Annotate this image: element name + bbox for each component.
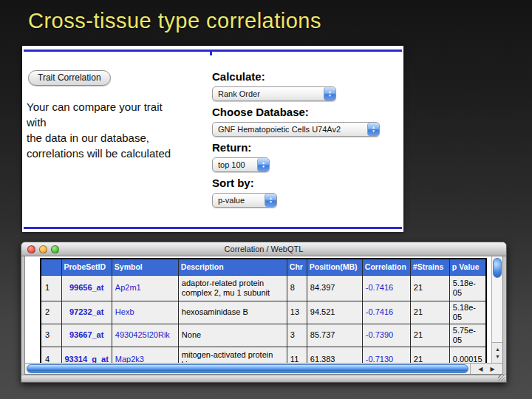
table-row: 493314_g_atMap2k3mitogen-activated prote…	[41, 347, 486, 363]
window-body: ProbeSetIDSymbolDescriptionChrPosition(M…	[24, 256, 503, 375]
column-header: Symbol	[112, 259, 178, 275]
stepper-updown-icon: ▲▼	[257, 158, 269, 171]
cell-position: 84.397	[307, 275, 362, 301]
cell-probeset[interactable]: 97232_at	[61, 301, 112, 324]
column-header: Position(MB)	[307, 259, 362, 275]
stepper-updown-icon: ▲▼	[265, 194, 276, 207]
cell-symbol[interactable]: Hexb	[112, 301, 178, 324]
cell-strains: 21	[410, 301, 449, 324]
trait-correlation-button[interactable]: Trait Correlation	[28, 70, 111, 86]
cell-pvalue: 5.18e-05	[449, 301, 486, 324]
cell-chr: 3	[287, 324, 307, 347]
table-zone: ProbeSetIDSymbolDescriptionChrPosition(M…	[25, 256, 502, 363]
sort-select[interactable]: p-value ▲▼	[212, 193, 277, 208]
cell-description: hexosaminidase B	[178, 301, 287, 324]
cell-description: adaptor-related protein complex 2, mu 1 …	[178, 275, 287, 301]
cell-chr: 13	[287, 301, 307, 324]
cell-probeset[interactable]: 93314_g_at	[61, 347, 112, 363]
cell-description: None	[178, 324, 287, 347]
intro-line: with	[27, 115, 171, 130]
calculate-select-value: Rank Order	[213, 89, 260, 98]
cell-probeset[interactable]: 93667_at	[61, 324, 112, 347]
database-select-value: GNF Hematopoietic Cells U74Av2	[213, 125, 341, 134]
return-select[interactable]: top 100 ▲▼	[212, 157, 270, 172]
column-header: Chr	[287, 259, 307, 275]
horizontal-scrollbar[interactable]: ◀▶	[25, 363, 502, 374]
cell-correlation[interactable]: -0.7416	[362, 301, 410, 324]
cell-chr: 8	[287, 275, 307, 301]
form-fields: Calculate: Rank Order ▲▼ Choose Database…	[212, 68, 401, 210]
cell-strains: 21	[410, 275, 449, 301]
database-select[interactable]: GNF Hematopoietic Cells U74Av2 ▲▼	[212, 122, 380, 137]
window-title: Correlation / WebQTL	[21, 242, 506, 256]
window-titlebar[interactable]: Correlation / WebQTL	[21, 242, 506, 256]
table-row: 297232_atHexbhexosaminidase B1394.521-0.…	[41, 301, 486, 324]
correlation-results-table: ProbeSetIDSymbolDescriptionChrPosition(M…	[40, 258, 487, 363]
cell-correlation[interactable]: -0.7416	[362, 275, 410, 301]
horizontal-scrollbar-thumb[interactable]	[27, 364, 468, 373]
cell-pvalue: 5.75e-05	[449, 324, 486, 347]
top-blue-rule	[24, 50, 402, 52]
sort-by-label: Sort by:	[212, 174, 401, 192]
resize-grip-icon[interactable]	[498, 375, 505, 381]
presentation-slide: Cross-tissue type correlations Trait Cor…	[0, 0, 532, 399]
correlation-results-window: Correlation / WebQTL ProbeSetIDSymbolDes…	[21, 242, 507, 383]
intro-text: Your can compare your traitwiththe data …	[27, 99, 171, 161]
column-header: p Value	[449, 259, 486, 275]
cell-description: mitogen-activated protein kinase	[178, 347, 287, 363]
correlation-form-panel: Trait Correlation Your can compare your …	[22, 46, 403, 232]
cell-pvalue: 0.00015	[449, 347, 486, 363]
table-header-row: ProbeSetIDSymbolDescriptionChrPosition(M…	[41, 259, 486, 275]
column-header: #Strains	[410, 259, 449, 275]
window-statusbar	[21, 375, 506, 382]
intro-line: Your can compare your trait	[27, 99, 171, 115]
stepper-updown-icon: ▲▼	[367, 123, 379, 136]
calculate-label: Calculate:	[212, 68, 401, 86]
table-row: 393667_at4930425I20RikNone385.737-0.7390…	[41, 324, 486, 347]
column-header: ProbeSetID	[61, 259, 112, 275]
cell-position: 94.521	[307, 301, 362, 324]
cell-correlation[interactable]: -0.7390	[362, 324, 410, 347]
table-row: 199656_atAp2m1adaptor-related protein co…	[41, 275, 486, 301]
vertical-scroll-arrows-icon[interactable]: ▲▼	[492, 342, 502, 363]
vertical-scrollbar-thumb[interactable]	[493, 258, 502, 278]
cell-chr: 11	[287, 347, 307, 363]
top-rule-tick	[210, 50, 212, 55]
slide-title: Cross-tissue type correlations	[28, 9, 321, 33]
cell-symbol[interactable]: Ap2m1	[112, 275, 178, 301]
cell-pvalue: 5.18e-05	[449, 275, 486, 301]
cell-probeset[interactable]: 99656_at	[61, 275, 112, 301]
cell-strains: 21	[410, 347, 449, 363]
cell-strains: 21	[410, 324, 449, 347]
cell-num: 3	[41, 324, 61, 347]
intro-line: the data in our database,	[27, 130, 171, 146]
column-header	[41, 259, 61, 275]
cell-num: 2	[41, 301, 61, 324]
horizontal-scroll-arrows-icon[interactable]: ◀▶	[470, 364, 502, 374]
stepper-updown-icon: ▲▼	[324, 87, 335, 100]
column-header: Description	[178, 259, 287, 275]
cell-position: 85.737	[307, 324, 362, 347]
column-header: Correlation	[362, 259, 410, 275]
calculate-select[interactable]: Rank Order ▲▼	[212, 86, 336, 101]
choose-database-label: Choose Database:	[212, 103, 401, 121]
cell-position: 61.383	[307, 347, 362, 363]
cell-correlation[interactable]: -0.7130	[362, 347, 410, 363]
vertical-scrollbar[interactable]: ▲▼	[491, 256, 502, 363]
cell-num: 1	[41, 275, 61, 301]
cell-symbol[interactable]: 4930425I20Rik	[112, 324, 178, 347]
return-label: Return:	[212, 139, 401, 157]
cell-num: 4	[41, 347, 61, 363]
sort-select-value: p-value	[213, 196, 245, 205]
cell-symbol[interactable]: Map2k3	[112, 347, 178, 363]
intro-line: correlations will be calculated	[27, 146, 171, 161]
return-select-value: top 100	[213, 160, 245, 169]
bottom-blue-rule	[24, 227, 402, 229]
